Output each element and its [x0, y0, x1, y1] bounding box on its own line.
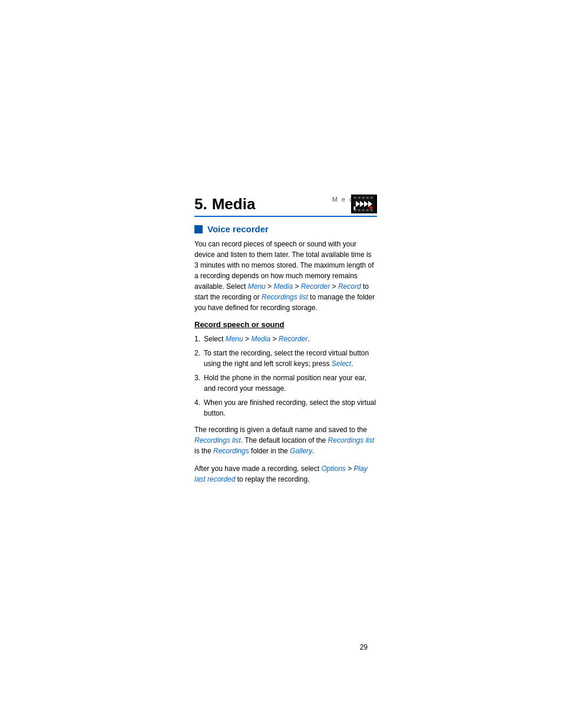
step1-prefix: Select [204, 335, 226, 343]
step1-link-recorder[interactable]: Recorder [279, 335, 308, 343]
sep1: > [266, 282, 274, 291]
step3-text: Hold the phone in the normal position ne… [204, 373, 377, 394]
svg-rect-8 [362, 209, 365, 212]
footer-para-1: The recording is given a default name an… [194, 424, 377, 456]
footer2-text-2: to replay the recording. [235, 475, 309, 483]
main-content: 5. Media [194, 195, 377, 492]
footer2-link-options[interactable]: Options [321, 465, 345, 473]
step-4: 4. When you are finished recording, sele… [194, 397, 377, 419]
link-record[interactable]: Record [338, 282, 361, 291]
footer-link-recordings-list-2[interactable]: Recordings list [328, 436, 375, 444]
step-3: 3. Hold the phone in the normal position… [194, 373, 377, 394]
link-menu[interactable]: Menu [248, 282, 266, 291]
step-1: 1. Select Menu > Media > Recorder. [194, 334, 377, 344]
svg-rect-7 [358, 209, 361, 212]
footer-link-gallery[interactable]: Gallery [290, 447, 312, 455]
footer-text-2: . The default location of the [241, 436, 328, 444]
footer-text-1: The recording is given a default name an… [194, 426, 367, 434]
voice-recorder-title: Voice recorder [207, 224, 269, 234]
chapter-number: 5. [194, 195, 207, 213]
footer-text-4: folder in the [249, 447, 290, 455]
svg-rect-16 [354, 206, 356, 209]
sep3: > [330, 282, 338, 291]
step2-link-select[interactable]: Select [332, 360, 351, 368]
svg-point-15 [369, 206, 372, 209]
svg-rect-5 [371, 197, 373, 199]
step-2: 2. To start the recording, select the re… [194, 348, 377, 369]
step1-sep1: > [243, 335, 252, 343]
step1-link-media[interactable]: Media [251, 335, 270, 343]
steps-list: 1. Select Menu > Media > Recorder. 2. To… [194, 334, 377, 419]
footer-link-recordings-list[interactable]: Recordings list [194, 436, 241, 444]
link-recordings-list-1[interactable]: Recordings list [262, 293, 308, 301]
step1-suffix: . [308, 335, 309, 343]
footer-text-5: . [312, 447, 314, 455]
voice-recorder-intro: You can record pieces of speech or sound… [194, 239, 377, 313]
chapter-title: Media [212, 195, 256, 213]
page-number: 29 [360, 643, 368, 651]
page-container: M e d i a 5. Media [0, 0, 562, 728]
sep2: > [293, 282, 301, 291]
chapter-title-group: 5. Media [194, 195, 255, 213]
chapter-icon [351, 195, 377, 213]
svg-rect-9 [366, 209, 369, 212]
record-speech-title: Record speech or sound [194, 320, 377, 329]
svg-rect-2 [358, 197, 361, 199]
svg-rect-1 [354, 197, 356, 199]
step4-text: When you are finished recording, select … [204, 397, 377, 419]
voice-recorder-section-header: Voice recorder [194, 224, 377, 234]
footer-link-recordings[interactable]: Recordings [213, 447, 249, 455]
chapter-header: 5. Media [194, 195, 377, 217]
svg-rect-4 [366, 197, 369, 199]
footer2-sep: > [346, 465, 354, 473]
footer-text-3: is the [194, 447, 213, 455]
link-media[interactable]: Media [273, 282, 293, 291]
step1-link-menu[interactable]: Menu [226, 335, 243, 343]
section-square-icon [194, 225, 203, 233]
link-recorder[interactable]: Recorder [301, 282, 330, 291]
step1-sep2: > [270, 335, 279, 343]
svg-rect-3 [362, 197, 365, 199]
step2-suffix: . [351, 360, 353, 368]
footer-para-2: After you have made a recording, select … [194, 463, 377, 485]
svg-rect-10 [371, 209, 373, 212]
media-icon-svg [352, 196, 376, 212]
footer2-text-1: After you have made a recording, select [194, 465, 321, 473]
